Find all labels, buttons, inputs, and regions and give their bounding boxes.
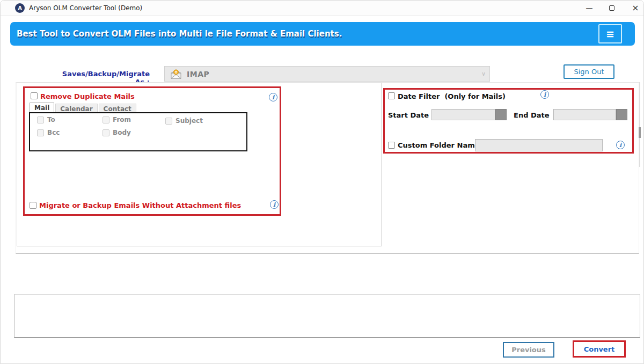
field-subject: Subject — [165, 117, 203, 125]
remove-duplicate-checkbox[interactable] — [31, 92, 38, 99]
app-logo-icon: A — [15, 3, 25, 13]
close-button[interactable]: × — [626, 1, 644, 15]
start-date-picker-button[interactable] — [495, 109, 507, 120]
info-icon[interactable]: i — [269, 93, 277, 101]
body-label: Body — [113, 129, 131, 136]
minimize-button[interactable]: — — [579, 1, 600, 15]
custom-folder-input[interactable] — [475, 139, 603, 151]
previous-button[interactable]: Previous — [503, 342, 554, 358]
close-icon: × — [632, 3, 639, 13]
info-icon[interactable]: i — [270, 200, 279, 209]
from-label: From — [113, 116, 131, 123]
mail-fields-box — [29, 112, 247, 151]
info-icon[interactable]: i — [540, 90, 549, 99]
without-attachment-label: Migrate or Backup Emails Without Attachm… — [39, 201, 241, 209]
promo-banner: Best Tool to Convert OLM Files into Mult… — [10, 22, 635, 46]
custom-folder-checkbox[interactable] — [388, 142, 395, 149]
end-date-input[interactable] — [553, 109, 616, 120]
date-filter-panel: Date Filter (Only for Mails) i Start Dat… — [383, 88, 634, 154]
start-date-input[interactable] — [431, 109, 495, 120]
maximize-button[interactable] — [601, 1, 623, 15]
info-icon[interactable]: i — [616, 141, 625, 149]
banner-text: Best Tool to Convert OLM Files into Mult… — [17, 22, 342, 46]
minimize-icon: — — [586, 4, 593, 12]
bcc-checkbox[interactable] — [37, 129, 44, 136]
field-from: From — [103, 116, 131, 123]
title-bar: A Aryson OLM Converter Tool (Demo) — × — [1, 1, 644, 16]
subject-checkbox[interactable] — [165, 118, 172, 125]
end-date-picker-button[interactable] — [616, 109, 627, 120]
window-title: Aryson OLM Converter Tool (Demo) — [29, 4, 142, 12]
status-log-box — [14, 294, 640, 338]
scrollbar-thumb[interactable] — [639, 127, 641, 138]
maximize-icon — [609, 5, 614, 11]
field-to: To — [37, 116, 55, 123]
from-checkbox[interactable] — [103, 117, 109, 123]
field-bcc: Bcc — [37, 129, 60, 136]
email-envelope-icon — [170, 69, 182, 79]
date-filter-label: Date Filter (Only for Mails) — [398, 92, 506, 100]
app-window: A Aryson OLM Converter Tool (Demo) — × B… — [0, 0, 644, 364]
convert-button[interactable]: Convert — [573, 340, 626, 358]
date-filter-checkbox[interactable] — [388, 92, 395, 99]
hamburger-icon: ≡ — [606, 28, 614, 40]
field-body: Body — [103, 129, 131, 136]
sign-out-button[interactable]: Sign Out — [564, 64, 614, 79]
subject-label: Subject — [175, 117, 203, 125]
to-label: To — [47, 116, 55, 123]
custom-folder-label: Custom Folder Name — [398, 141, 480, 149]
remove-duplicate-panel: Remove Duplicate Mails i Mail Calendar C… — [23, 86, 281, 216]
export-format-dropdown[interactable]: IMAP ∨ — [164, 66, 490, 82]
without-attachment-checkbox[interactable] — [30, 202, 36, 209]
bcc-label: Bcc — [47, 129, 60, 136]
to-checkbox[interactable] — [37, 117, 44, 123]
menu-button[interactable]: ≡ — [598, 24, 622, 43]
remove-duplicate-label: Remove Duplicate Mails — [40, 92, 135, 100]
body-checkbox[interactable] — [103, 129, 109, 136]
end-date-label: End Date — [514, 111, 550, 119]
scrollbar-track[interactable] — [639, 82, 640, 167]
export-format-value: IMAP — [187, 70, 209, 78]
chevron-down-icon: ∨ — [481, 70, 486, 77]
start-date-label: Start Date — [388, 111, 429, 119]
